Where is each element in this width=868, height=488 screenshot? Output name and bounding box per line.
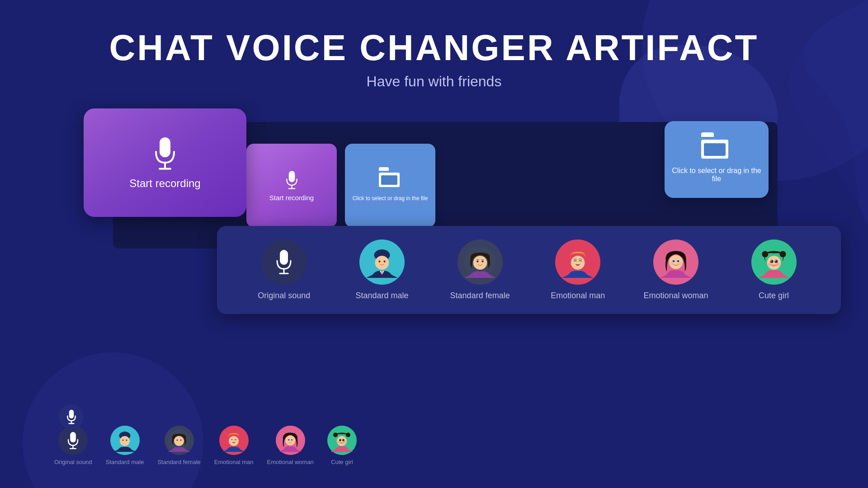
mic-sm-icon <box>65 431 81 450</box>
svg-rect-6 <box>280 250 288 265</box>
mic-icon-avatar <box>273 249 295 276</box>
svg-point-47 <box>174 436 184 446</box>
svg-point-19 <box>571 256 585 270</box>
mic-button-small[interactable] <box>59 404 84 429</box>
voice-option-emo-man[interactable]: Emotional man <box>544 239 612 300</box>
svg-point-11 <box>375 256 389 270</box>
start-recording-card-big[interactable]: Start recording <box>84 108 246 217</box>
avatar-original <box>261 239 307 285</box>
app-subtitle: Have fun with friends <box>0 73 868 90</box>
emo-man-avatar-icon <box>562 246 594 278</box>
file-select-card-small[interactable]: Click to select or drag in the file <box>345 144 435 227</box>
voice-option-std-female[interactable]: Standard female <box>446 239 514 300</box>
svg-rect-3 <box>288 171 295 182</box>
voice-options-row-big: Original sound <box>235 239 823 300</box>
svg-point-56 <box>288 439 289 440</box>
svg-rect-0 <box>160 137 170 157</box>
svg-point-65 <box>342 439 344 441</box>
app-header: CHAT VOICE CHANGER ARTIFACT Have fun wit… <box>0 0 868 90</box>
voice-option-sm-emo-woman[interactable]: Emotional woman <box>267 426 314 465</box>
voice-option-cute-girl[interactable]: Cute girl <box>740 239 808 300</box>
voice-label-sm-std-female: Standard female <box>157 459 200 465</box>
avatar-sm-std-female <box>165 426 194 455</box>
voice-label-sm-std-male: Standard male <box>106 459 144 465</box>
voice-label-cute-girl: Cute girl <box>759 291 789 300</box>
svg-point-21 <box>669 255 683 269</box>
svg-point-13 <box>383 261 385 263</box>
svg-point-60 <box>346 432 350 437</box>
avatar-cute-girl <box>751 239 797 285</box>
svg-rect-38 <box>71 432 76 442</box>
voice-option-sm-emo-man[interactable]: Emotional man <box>214 426 254 465</box>
svg-point-59 <box>333 432 338 437</box>
emo-woman-sm-icon <box>279 429 302 452</box>
file-select-label-big: Click to select or drag in the file <box>665 167 769 183</box>
start-recording-card-small[interactable]: Start recording <box>246 144 337 227</box>
svg-point-37 <box>775 260 776 261</box>
female-sm-icon <box>168 429 190 452</box>
svg-point-12 <box>378 261 380 263</box>
svg-point-29 <box>762 251 768 258</box>
file-select-card-big[interactable]: Click to select or drag in the file <box>665 121 769 198</box>
svg-point-30 <box>779 251 786 258</box>
voice-label-sm-original: Original sound <box>54 459 92 465</box>
voice-option-sm-std-male[interactable]: Standard male <box>106 426 144 465</box>
svg-point-33 <box>776 263 780 266</box>
cute-girl-avatar-icon <box>758 246 790 278</box>
svg-point-23 <box>678 262 681 265</box>
file-select-label-small: Click to select or drag in the file <box>349 195 432 202</box>
emo-woman-avatar-icon <box>660 246 692 278</box>
voice-option-sm-std-female[interactable]: Standard female <box>157 426 200 465</box>
svg-rect-66 <box>69 410 74 418</box>
svg-point-64 <box>339 439 341 441</box>
app-title: CHAT VOICE CHANGER ARTIFACT <box>0 27 868 69</box>
voice-option-emo-woman[interactable]: Emotional woman <box>642 239 710 300</box>
voice-label-sm-emo-woman: Emotional woman <box>267 459 314 465</box>
avatar-sm-original <box>58 426 88 455</box>
svg-point-22 <box>670 262 674 265</box>
svg-point-45 <box>126 439 127 441</box>
voice-label-emo-woman: Emotional woman <box>643 291 708 300</box>
emo-man-sm-icon <box>222 429 245 452</box>
mic-icon-big <box>147 136 183 172</box>
voice-label-emo-man: Emotional man <box>551 291 605 300</box>
voice-panel-big: Original sound <box>217 226 841 314</box>
voice-label-std-male: Standard male <box>355 291 408 300</box>
folder-icon-small <box>379 170 401 192</box>
svg-point-57 <box>292 439 292 440</box>
svg-point-16 <box>476 261 478 263</box>
folder-icon-big <box>701 136 732 162</box>
voice-option-sm-cute-girl[interactable]: Cute girl <box>327 426 357 465</box>
bg-decoration-2 <box>23 352 203 488</box>
svg-point-15 <box>473 256 487 270</box>
female-avatar-icon <box>464 246 496 278</box>
voice-label-sm-cute-girl: Cute girl <box>331 459 353 465</box>
svg-point-49 <box>180 439 182 441</box>
svg-point-44 <box>123 439 124 441</box>
avatar-emo-man <box>555 239 600 285</box>
voice-label-sm-emo-man: Emotional man <box>214 459 254 465</box>
svg-point-17 <box>481 261 483 263</box>
svg-point-34 <box>770 260 773 263</box>
svg-point-62 <box>338 441 340 443</box>
avatar-sm-emo-woman <box>276 426 305 455</box>
svg-point-63 <box>344 441 346 443</box>
voice-option-std-male[interactable]: Standard male <box>348 239 416 300</box>
avatar-sm-std-male <box>110 426 140 455</box>
svg-point-27 <box>677 261 679 262</box>
voice-label-std-female: Standard female <box>450 291 510 300</box>
voice-label-original: Original sound <box>258 291 310 300</box>
svg-point-51 <box>229 436 239 446</box>
start-recording-label-small: Start recording <box>269 194 314 202</box>
start-recording-label-big: Start recording <box>129 177 200 190</box>
svg-point-53 <box>285 436 295 446</box>
cute-girl-sm-icon <box>330 429 353 452</box>
voice-option-sm-original[interactable]: Original sound <box>54 426 92 465</box>
svg-point-32 <box>768 263 771 266</box>
svg-point-36 <box>770 260 771 261</box>
svg-point-48 <box>177 439 178 441</box>
male-sm-icon <box>113 429 136 452</box>
voice-option-original[interactable]: Original sound <box>250 239 318 300</box>
avatar-std-male <box>359 239 405 285</box>
svg-point-43 <box>120 436 130 446</box>
